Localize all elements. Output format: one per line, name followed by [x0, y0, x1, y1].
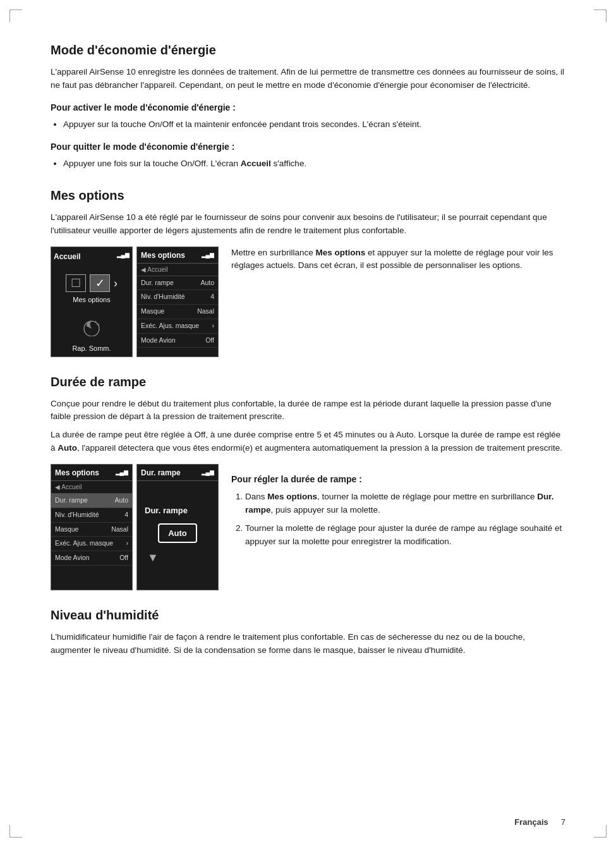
quitter-text: Appuyer une fois sur la touche On/Off. L…	[63, 157, 565, 171]
signal-icon: ▂▄▆	[117, 251, 130, 260]
svg-text:+: +	[97, 322, 100, 327]
step2: Tourner la molette de réglage pour ajust…	[245, 522, 565, 549]
auto-value: Auto	[158, 523, 197, 544]
mes-options-menu-screen: Mes options ▂▄▆ ◀ Accueil Dur. rampe Aut…	[136, 247, 219, 357]
corner-bottom-left	[9, 825, 22, 838]
pour-regler-title: Pour régler la durée de rampe :	[231, 473, 565, 487]
menu2-title: Mes options	[55, 467, 99, 478]
mes-options-screen-pair: Accueil ▂▄▆ ☐ ✓ › Mes options	[51, 247, 219, 357]
activer-title: Pour activer le mode d'économie d'énergi…	[51, 101, 565, 114]
menu2-item-mode-avion: Mode Avion Off	[51, 551, 132, 566]
humidite-text: L'humidificateur humidifie l'air de faço…	[51, 631, 565, 657]
section-mode-economie: Mode d'économie d'énergie L'appareil Air…	[51, 40, 565, 171]
duree-rampe-screen-pair: Mes options ▂▄▆ ◀ Accueil Dur. rampe Aut…	[51, 464, 219, 590]
ramp-signal: ▂▄▆	[202, 468, 214, 477]
menu-item-mode-avion: Mode Avion Off	[137, 334, 218, 348]
home-screen: Accueil ▂▄▆ ☐ ✓ › Mes options	[51, 247, 133, 357]
home-mes-options-label: Mes options	[73, 295, 110, 305]
footer-language: Français	[514, 816, 548, 829]
menu-signal-icon: ▂▄▆	[202, 251, 214, 260]
duree-rampe-description: Pour régler la durée de rampe : Dans Mes…	[224, 464, 565, 553]
menu2-item-masque: Masque Nasal	[51, 523, 132, 537]
corner-top-right	[594, 9, 607, 22]
mes-options-description: Mettre en surbrillance Mes options et ap…	[224, 247, 565, 278]
mes-options-screen-container: Accueil ▂▄▆ ☐ ✓ › Mes options	[51, 247, 565, 357]
menu2-item-dur-rampe: Dur. rampe Auto	[51, 494, 132, 508]
section-title-mes-options: Mes options	[51, 186, 565, 205]
section-duree-rampe: Durée de rampe Conçue pour rendre le déb…	[51, 372, 565, 591]
mes-options-intro: L'appareil AirSense 10 a été réglé par l…	[51, 211, 565, 238]
ramp-screen: Dur. rampe ▂▄▆ Dur. rampe Auto ▼	[136, 464, 219, 590]
ramp-label: Dur. rampe	[142, 504, 188, 517]
menu2-item-humidite: Niv. d'Humidité 4	[51, 508, 132, 523]
ramp-screen-title: Dur. rampe	[141, 467, 181, 478]
section-title-humidite: Niveau d'humidité	[51, 606, 565, 625]
duree-rampe-menu-screen: Mes options ▂▄▆ ◀ Accueil Dur. rampe Aut…	[51, 464, 133, 590]
corner-bottom-right	[594, 825, 607, 838]
section-title-mode-economie: Mode d'économie d'énergie	[51, 40, 565, 59]
menu-item-humidite: Niv. d'Humidité 4	[137, 290, 218, 305]
corner-top-left	[9, 9, 22, 22]
arrow-right-icon: ›	[114, 275, 118, 292]
menu-item-exec-ajus: Exéc. Ajus. masque ›	[137, 319, 218, 334]
menu2-back: ◀ Accueil	[51, 481, 132, 494]
section-mes-options: Mes options L'appareil AirSense 10 a été…	[51, 186, 565, 357]
section-niveau-humidite: Niveau d'humidité L'humidificateur humid…	[51, 606, 565, 657]
duree-rampe-screen-container: Mes options ▂▄▆ ◀ Accueil Dur. rampe Aut…	[51, 464, 565, 590]
section-title-duree-rampe: Durée de rampe	[51, 372, 565, 391]
menu-screen-title: Mes options	[141, 250, 185, 261]
quitter-title: Pour quitter le mode d'économie d'énergi…	[51, 140, 565, 154]
page-footer: Français 7	[514, 816, 565, 829]
home-screen-title: Accueil	[54, 251, 81, 262]
duree-rampe-para1: Conçue pour rendre le début du traitemen…	[51, 398, 565, 424]
mode-economie-intro: L'appareil AirSense 10 enregistre les do…	[51, 66, 565, 92]
step1: Dans Mes options, tourner la molette de …	[245, 491, 565, 517]
menu-item-dur-rampe: Dur. rampe Auto	[137, 276, 218, 291]
ramp-arrow-down-icon: ▼	[142, 549, 159, 566]
home-icon-box: ☐	[66, 274, 86, 292]
menu2-item-exec-ajus: Exéc. Ajus. masque ›	[51, 537, 132, 551]
sleep-report-icon: + +	[79, 317, 104, 342]
menu-item-masque: Masque Nasal	[137, 305, 218, 319]
activer-text: Appuyer sur la touche On/Off et la maint…	[63, 118, 565, 131]
rap-somm-label: Rap. Somm.	[72, 343, 111, 354]
footer-page-number: 7	[561, 816, 565, 829]
duree-rampe-para2: La durée de rampe peut être réglée à Off…	[51, 429, 565, 455]
menu2-signal: ▂▄▆	[116, 468, 128, 477]
menu-back-accueil: ◀ Accueil	[137, 264, 218, 276]
home-icon-check: ✓	[90, 274, 110, 292]
